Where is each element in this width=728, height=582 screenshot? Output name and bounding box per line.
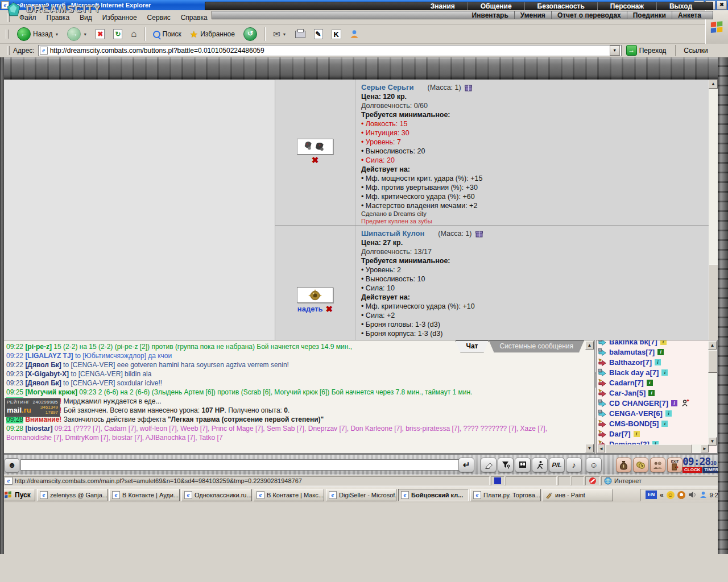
scrollbar-thumb[interactable]: [606, 444, 692, 454]
taskbar-task[interactable]: ezeleniyss @ Ganja...: [37, 489, 107, 501]
home-button[interactable]: ⌂: [127, 27, 140, 41]
nav-security[interactable]: Безопасность: [525, 2, 598, 10]
challenge-red-arrow-icon[interactable]: [598, 379, 607, 386]
volume-icon[interactable]: [688, 491, 697, 498]
player-name-link[interactable]: Black day a[7]: [609, 368, 659, 377]
toolbar-grip[interactable]: [6, 30, 9, 39]
discard-item-icon[interactable]: ✖: [326, 305, 333, 313]
messenger-button[interactable]: [346, 28, 362, 40]
players-vertical-scrollbar[interactable]: ▲ ▼: [708, 341, 717, 446]
tray-agent-icon[interactable]: [677, 491, 685, 499]
people-button[interactable]: [650, 458, 665, 472]
private-level-button[interactable]: P/L: [549, 458, 565, 472]
chat-input[interactable]: [20, 459, 460, 471]
nav-fights[interactable]: Поединки: [627, 11, 672, 19]
nav-inventory[interactable]: Инвентарь: [466, 11, 515, 19]
tray-messenger-icon[interactable]: [700, 491, 707, 498]
player-name-link[interactable]: Balthazor[7]: [609, 358, 652, 367]
go-button[interactable]: → Переход: [626, 45, 667, 56]
chat-scroll-up-icon[interactable]: ▲: [585, 341, 594, 350]
player-info-icon[interactable]: i: [660, 340, 667, 345]
nav-communication[interactable]: Общение: [468, 2, 525, 10]
favorites-button[interactable]: ★ Избранное: [187, 27, 238, 41]
taskbar-task[interactable]: инв - Paint: [543, 489, 613, 501]
exit-button[interactable]: EXIT: [667, 458, 682, 472]
forward-button[interactable]: → ▼: [64, 26, 90, 43]
taskbar-task[interactable]: eВ Контакте | Макс...: [254, 489, 324, 501]
smileys-button[interactable]: ☺: [586, 458, 602, 472]
player-info-icon[interactable]: i: [648, 390, 655, 396]
gift-icon[interactable]: [475, 230, 483, 238]
item-name-link[interactable]: Шипастый Кулон: [361, 229, 424, 238]
player-info-icon[interactable]: i: [661, 369, 668, 376]
earrings-image[interactable]: [297, 139, 333, 155]
player-name-link[interactable]: CENGA-VER[6]: [609, 409, 663, 418]
deposit-button[interactable]: [633, 458, 648, 472]
money-bag-button[interactable]: [616, 458, 631, 472]
player-info-icon[interactable]: i: [665, 410, 672, 417]
scroll-right-icon[interactable]: ►: [701, 444, 709, 452]
player-name-link[interactable]: Bakinka bk[7]: [609, 340, 657, 346]
system-messages-button[interactable]: [515, 458, 531, 472]
address-input[interactable]: e http://dreamscity.combats.com/buttons.…: [38, 45, 622, 56]
taskbar-task[interactable]: eDigiSeller - Microsof...: [326, 489, 396, 501]
search-button[interactable]: Поиск: [150, 28, 185, 40]
challenge-cyan-arrow-icon[interactable]: [598, 348, 607, 356]
print-button[interactable]: [292, 29, 309, 40]
player-name-link[interactable]: Dar[7]: [609, 430, 631, 438]
player-name-link[interactable]: Cadarn[7]: [609, 379, 644, 387]
menu-favorites[interactable]: Избранное: [97, 12, 142, 23]
nav-transfer-report[interactable]: Отчет о переводах: [552, 11, 627, 19]
add-friend-icon[interactable]: [681, 399, 689, 407]
player-name-link[interactable]: CMS-BOND[5]: [609, 419, 659, 428]
stop-button[interactable]: ✖: [92, 27, 108, 41]
menu-help[interactable]: Справка: [176, 12, 213, 23]
challenge-cyan-arrow-icon[interactable]: [598, 409, 607, 417]
start-button[interactable]: Пуск: [1, 489, 35, 501]
taskbar-task[interactable]: eОдноклассники.ru...: [181, 489, 252, 501]
smileys-menu-button[interactable]: ☻: [5, 458, 19, 473]
player-name-link[interactable]: CD CHANGER[7]: [609, 399, 668, 408]
gift-icon[interactable]: [465, 84, 472, 92]
forward-dropdown-icon[interactable]: ▼: [83, 32, 87, 36]
toolbar-grip[interactable]: [7, 46, 10, 55]
player-info-icon[interactable]: i: [647, 380, 653, 386]
tray-smiley-icon[interactable]: ☺: [667, 491, 675, 499]
discard-item-icon[interactable]: ✖: [312, 156, 319, 164]
fighters-button[interactable]: [532, 458, 548, 472]
scroll-up-icon[interactable]: ▲: [708, 341, 717, 350]
challenge-red-arrow-icon[interactable]: [598, 419, 607, 427]
player-info-icon[interactable]: i: [671, 400, 677, 406]
filter-button[interactable]: [498, 458, 514, 472]
nav-exit[interactable]: Выход: [657, 2, 705, 10]
challenge-red-arrow-icon[interactable]: [598, 358, 607, 366]
nav-character[interactable]: Персонаж: [598, 2, 657, 10]
taskbar-task[interactable]: eПлати.ру. Торгова...: [470, 489, 541, 501]
players-horizontal-scrollbar[interactable]: ◄ ►: [597, 444, 709, 452]
player-info-icon[interactable]: i: [661, 421, 668, 427]
history-button[interactable]: ↺: [240, 26, 260, 43]
nav-skills[interactable]: Умения: [515, 11, 552, 19]
player-name-link[interactable]: Car-Jan[5]: [609, 389, 646, 397]
address-dropdown-icon[interactable]: ▼: [610, 45, 620, 56]
mail-button[interactable]: ✉ ▼: [270, 27, 290, 41]
nav-profile[interactable]: Анкета: [672, 11, 707, 19]
challenge-cyan-arrow-icon[interactable]: [598, 368, 607, 376]
back-dropdown-icon[interactable]: ▼: [55, 32, 59, 36]
item-name-link[interactable]: Серые Серьги: [361, 83, 413, 92]
chat-scroll-down-icon[interactable]: ▼: [585, 444, 594, 452]
clock-label[interactable]: CLOCK: [682, 467, 702, 473]
player-name-link[interactable]: balamutas[7]: [609, 348, 655, 356]
language-indicator[interactable]: EN: [646, 490, 657, 499]
mail-dropdown-icon[interactable]: ▼: [283, 32, 287, 36]
chat-tab-system[interactable]: Системные сообщения: [489, 340, 584, 352]
player-info-icon[interactable]: i: [634, 431, 640, 437]
scroll-left-icon[interactable]: ◄: [597, 444, 605, 452]
challenge-red-arrow-icon[interactable]: [598, 430, 607, 438]
close-button[interactable]: ✖: [717, 1, 727, 10]
challenge-cyan-arrow-icon[interactable]: [598, 399, 607, 407]
wear-link[interactable]: надеть: [297, 305, 323, 313]
eraser-button[interactable]: [481, 458, 497, 472]
tray-expand-icon[interactable]: «: [660, 491, 664, 499]
links-label[interactable]: Ссылки: [675, 45, 713, 56]
